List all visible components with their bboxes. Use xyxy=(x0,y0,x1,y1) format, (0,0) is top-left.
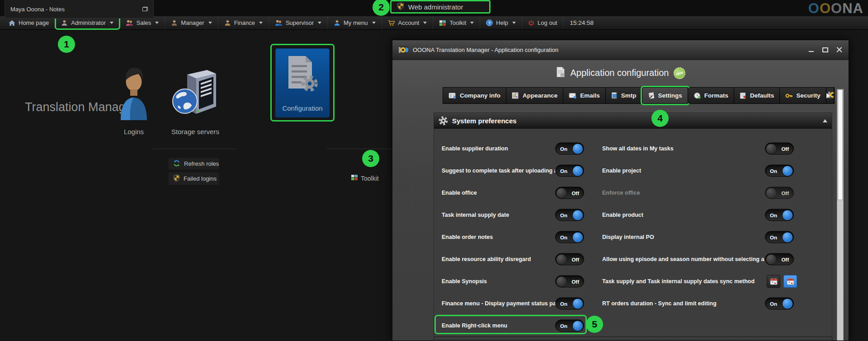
toggle-suggest-to-complete-task-after-uploading-a-file[interactable]: On xyxy=(555,165,584,177)
toggle-enable-order-notes[interactable]: On xyxy=(555,231,584,243)
system-preferences-header[interactable]: System preferences xyxy=(434,113,832,129)
toggle-knob xyxy=(573,299,583,308)
menu-item-label: Administrator xyxy=(71,19,106,26)
sync-method-calendar-1-button[interactable] xyxy=(767,275,780,288)
toolkit-shortcut[interactable]: Toolkit xyxy=(351,174,379,182)
preference-label-enable-office: Enable office xyxy=(442,190,553,196)
menu-item-finance[interactable]: Finance xyxy=(218,16,269,29)
tab-label: Security xyxy=(796,92,820,99)
collapse-icon[interactable] xyxy=(823,119,827,122)
toggle-display-internal-po[interactable]: On xyxy=(765,231,794,243)
web-administrator-banner[interactable]: Web administrator xyxy=(390,0,491,14)
preference-row: Task internal supply dateOnEnable produc… xyxy=(434,205,832,225)
preference-label-enable-synopsis: Enable Synopsis xyxy=(442,278,553,285)
toggle-knob xyxy=(783,210,793,220)
toggle-knob xyxy=(783,232,793,242)
background-window-titlebar[interactable]: Maya Ooona - Notes xyxy=(5,0,154,19)
toggle-state-label: Off xyxy=(571,190,579,196)
preference-row: Suggest to complete task after uploading… xyxy=(434,161,832,181)
menu-item-label: Finance xyxy=(234,19,255,26)
chevron-down-icon xyxy=(259,22,263,24)
failed-logins-button[interactable]: Failed logins xyxy=(168,172,219,185)
toggle-state-label: On xyxy=(560,301,567,306)
preference-label-task-internal-supply-date: Task internal supply date xyxy=(442,212,553,218)
toggle-enable-right-click-menu[interactable]: On xyxy=(555,320,584,332)
tab-security[interactable]: Security xyxy=(780,88,826,103)
menu-item-account[interactable]: Account xyxy=(382,16,434,29)
tab-label: Defaults xyxy=(750,92,774,99)
manager-icon xyxy=(171,19,178,26)
menu-item-label: Sales xyxy=(137,19,151,26)
menu-item-label: Toolkit xyxy=(449,19,466,26)
tab-settings[interactable]: Settings xyxy=(642,88,688,103)
tab-smtp[interactable]: SMTPSmtp xyxy=(606,88,642,103)
toggle-state-label: On xyxy=(560,323,567,328)
tab-emails[interactable]: iEmails xyxy=(563,88,606,103)
toggle-task-internal-supply-date[interactable]: On xyxy=(555,209,584,221)
preference-row: Enable officeOffEnforce officeOff xyxy=(434,183,832,203)
dialog-tabs: iCompany infoAppearanceiEmailsSMTPSmtpSe… xyxy=(443,87,835,104)
menu-item-my-menu[interactable]: My menu xyxy=(328,16,382,29)
smtp-icon: SMTP xyxy=(611,92,618,99)
clock: 15:24:58 xyxy=(563,16,600,29)
menu-item-toolkit[interactable]: Toolkit xyxy=(433,16,480,29)
chevron-down-icon xyxy=(155,22,159,24)
tab-company-info[interactable]: iCompany info xyxy=(443,88,506,103)
maximize-icon[interactable] xyxy=(822,47,828,52)
menu-item-supervisor[interactable]: Supervisor xyxy=(269,16,328,29)
admin-icon xyxy=(61,19,68,26)
menu-item-label: My menu xyxy=(344,19,368,26)
restore-window-icon[interactable] xyxy=(142,7,148,11)
toggle-knob xyxy=(573,321,583,331)
refresh-roles-button[interactable]: Refresh roles xyxy=(168,158,219,170)
preference-label-suggest-to-complete-task-after-uploading-a-file: Suggest to complete task after uploading… xyxy=(442,168,553,174)
toggle-rt-orders-duration-sync-and-limit-editing[interactable]: On xyxy=(765,298,794,310)
toggle-finance-menu-display-payment-status-page[interactable]: On xyxy=(555,298,584,310)
toggle-enable-project[interactable]: On xyxy=(765,165,794,177)
tab-label: Appearance xyxy=(523,92,557,99)
toggle-knob xyxy=(573,232,583,242)
storage-servers-tile[interactable] xyxy=(170,68,219,122)
next-section-peek xyxy=(434,337,832,341)
menu-item-log-out[interactable]: Log out xyxy=(522,16,563,29)
calendar-icon xyxy=(770,278,778,285)
tabs-scroll-right-icon[interactable] xyxy=(826,93,830,98)
dialog-scrollbar[interactable] xyxy=(837,89,844,341)
screen: Maya Ooona - Notes Web administrator OOO… xyxy=(0,0,868,341)
dialog-titlebar[interactable]: OOONA Translation Manager - Application … xyxy=(392,40,849,60)
logins-tile[interactable] xyxy=(117,66,151,122)
window-controls xyxy=(800,47,842,52)
tab-appearance[interactable]: Appearance xyxy=(506,88,563,103)
minimize-icon[interactable] xyxy=(808,47,814,52)
menu-item-help[interactable]: ?Help xyxy=(480,16,522,29)
close-icon[interactable] xyxy=(836,47,842,52)
tab-label: Formats xyxy=(704,92,728,99)
menu-item-manager[interactable]: Manager xyxy=(165,16,218,29)
toggle-enable-product[interactable]: On xyxy=(765,209,794,221)
menu-item-label: Manager xyxy=(181,19,204,26)
toggle-state-label: On xyxy=(560,234,567,240)
tab-formats[interactable]: Formats xyxy=(688,88,734,103)
preference-label-display-internal-po: Display internal PO xyxy=(602,234,763,240)
emails-icon: i xyxy=(569,93,577,99)
toggle-knob xyxy=(766,188,776,198)
sync-method-calendar-2-button[interactable] xyxy=(783,275,797,288)
svg-text:?: ? xyxy=(488,21,491,25)
toggle-knob xyxy=(557,254,566,264)
toggle-enable-synopsis[interactable]: Off xyxy=(555,276,584,288)
menu-item-label: Log out xyxy=(538,19,557,26)
home-icon xyxy=(9,20,15,26)
configuration-tile-label: Configuration xyxy=(282,104,322,112)
toggle-enable-office[interactable]: Off xyxy=(555,187,584,199)
supervisor-icon xyxy=(275,19,283,26)
toggle-enable-resource-ability-disregard[interactable]: Off xyxy=(555,253,584,266)
toggle-enable-supplier-duration[interactable]: On xyxy=(555,143,584,155)
toggle-state-label: On xyxy=(560,212,567,218)
toggle-show-all-dates-in-my-tasks[interactable]: Off xyxy=(765,143,794,155)
scrollbar-thumb[interactable] xyxy=(838,89,843,200)
toggle-allow-using-episode-and-season-number-without-selecting-a-series[interactable]: Off xyxy=(765,253,794,266)
toggle-enforce-office[interactable]: Off xyxy=(765,187,794,199)
refresh-roles-label: Refresh roles xyxy=(184,160,219,167)
configuration-tile[interactable]: Configuration xyxy=(275,48,330,117)
tab-defaults[interactable]: Defaults xyxy=(734,88,780,103)
